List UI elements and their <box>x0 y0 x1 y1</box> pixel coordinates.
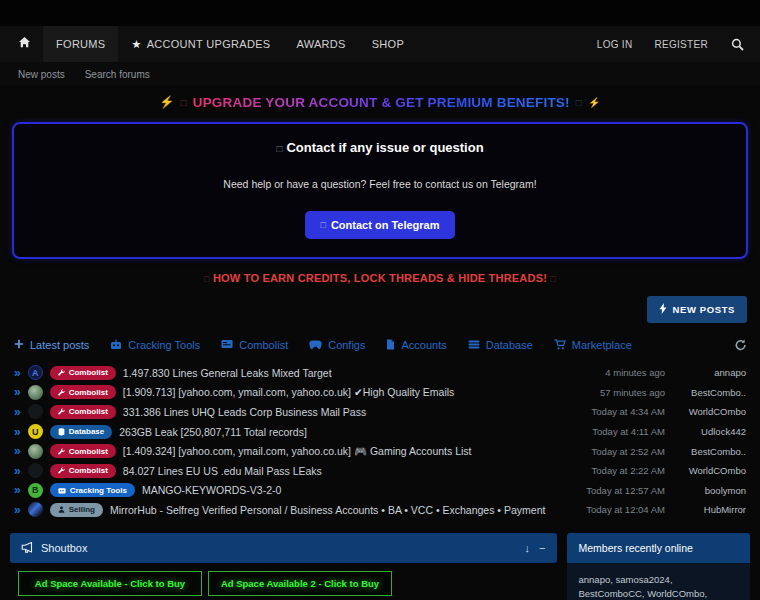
refresh-icon[interactable] <box>734 339 746 351</box>
badge-combolist[interactable]: Combolist <box>50 385 116 399</box>
wrench-icon <box>58 389 65 396</box>
thread-title[interactable]: 331.386 Lines UHQ Leads Corp Business Ma… <box>123 406 548 418</box>
thread-title[interactable]: 263GB Leak [250,807,711 Total records] <box>119 426 548 438</box>
chevron-right-icon[interactable]: » <box>14 406 21 418</box>
tab-marketplace[interactable]: Marketplace <box>554 339 632 352</box>
thread-author[interactable]: boolymon <box>672 485 746 496</box>
avatar[interactable] <box>28 444 43 459</box>
badge-label: Combolist <box>69 388 108 397</box>
register-link[interactable]: REGISTER <box>645 39 717 50</box>
thread-title[interactable]: 1.497.830 Lines General Leaks Mixed Targ… <box>123 367 548 379</box>
thread-title[interactable]: [1.409.324] [yahoo.com, ymail.com, yahoo… <box>123 445 548 458</box>
chevron-right-icon[interactable]: » <box>14 367 21 379</box>
avatar[interactable]: U <box>28 424 43 439</box>
tab-label: Combolist <box>239 339 288 351</box>
shoutbox-panel: Shoutbox ↓ − Ad Space Available - Click … <box>10 533 557 600</box>
thread-row[interactable]: » U Database 263GB Leak [250,807,711 Tot… <box>14 422 746 442</box>
home-button[interactable] <box>6 26 43 62</box>
lightning-icon: ⚡ <box>159 95 174 109</box>
new-posts-row: NEW POSTS <box>0 296 760 323</box>
thread-author[interactable]: HubMirror <box>672 504 746 515</box>
tab-label: Configs <box>328 339 365 351</box>
avatar[interactable] <box>28 463 43 478</box>
new-posts-link[interactable]: New posts <box>10 69 73 80</box>
badge-combolist[interactable]: Combolist <box>50 444 116 458</box>
badge-cracking-tools[interactable]: Cracking Tools <box>50 483 135 497</box>
nav-item-label: AWARDS <box>296 38 345 50</box>
thread-time: Today at 2:22 AM <box>555 465 665 476</box>
thread-row[interactable]: » B Cracking Tools MANGO-KEYWORDS-V3-2-0… <box>14 481 746 501</box>
badge-selling[interactable]: Selling <box>50 503 103 517</box>
thread-author[interactable]: WorldCOmbo <box>672 465 746 476</box>
nav-item-awards[interactable]: AWARDS <box>283 26 358 62</box>
chat-icon: □ <box>276 143 282 154</box>
badge-label: Combolist <box>69 368 108 377</box>
avatar[interactable] <box>28 502 43 517</box>
avatar[interactable] <box>28 385 43 400</box>
badge-database[interactable]: Database <box>50 425 113 439</box>
thread-author[interactable]: annapo <box>672 367 746 378</box>
chevron-right-icon[interactable]: » <box>14 426 21 438</box>
nav-item-label: SHOP <box>372 38 404 50</box>
search-forums-link[interactable]: Search forums <box>77 69 158 80</box>
chevron-right-icon[interactable]: » <box>14 484 21 496</box>
thread-author[interactable]: WorldCOmbo <box>672 406 746 417</box>
wrench-icon <box>58 448 65 455</box>
login-link[interactable]: LOG IN <box>588 39 642 50</box>
credits-notice-text: HOW TO EARN CREDITS, LOCK THREADS & HIDE… <box>213 272 547 284</box>
ad-space-1[interactable]: Ad Space Available - Click to Buy <box>18 571 202 596</box>
thread-row[interactable]: » A Combolist 1.497.830 Lines General Le… <box>14 363 746 383</box>
wrench-icon <box>58 467 65 474</box>
thread-time: 4 minutes ago <box>555 367 665 378</box>
thread-row[interactable]: » Combolist [1.909.713] [yahoo.com, ymai… <box>14 383 746 403</box>
badge-combolist[interactable]: Combolist <box>50 366 116 380</box>
contact-telegram-label: Contact on Telegram <box>331 219 440 231</box>
badge-combolist[interactable]: Combolist <box>50 405 116 419</box>
card-icon <box>221 339 233 351</box>
new-posts-button[interactable]: NEW POSTS <box>647 296 747 323</box>
avatar[interactable]: B <box>28 483 43 498</box>
thread-title[interactable]: [1.909.713] [yahoo.com, ymail.com, yahoo… <box>123 386 548 398</box>
minimize-icon[interactable]: − <box>539 542 545 554</box>
badge-label: Combolist <box>69 466 108 475</box>
thread-author[interactable]: BestCombo.. <box>672 387 746 398</box>
wrench-icon <box>58 369 65 376</box>
upgrade-banner[interactable]: ⚡ □ UPGRADE YOUR ACCOUNT & GET PREMIUM B… <box>0 86 760 118</box>
contact-telegram-button[interactable]: □ Contact on Telegram <box>305 211 454 239</box>
avatar[interactable]: A <box>28 365 43 380</box>
credits-notice[interactable]: □ HOW TO EARN CREDITS, LOCK THREADS & HI… <box>0 272 760 284</box>
search-icon[interactable] <box>721 38 754 51</box>
chevron-right-icon[interactable]: » <box>14 465 21 477</box>
tab-latest-posts[interactable]: Latest posts <box>14 339 89 351</box>
nav-item-account-upgrades[interactable]: ★ ACCOUNT UPGRADES <box>118 26 283 62</box>
thread-title[interactable]: MirrorHub - Selfreg Verified Personal / … <box>110 504 548 516</box>
members-online-title: Members recently online <box>579 542 693 554</box>
tab-accounts[interactable]: Accounts <box>386 339 446 352</box>
tab-label: Latest posts <box>30 339 89 351</box>
bottom-section: Shoutbox ↓ − Ad Space Available - Click … <box>10 533 750 600</box>
tab-combolist[interactable]: Combolist <box>221 339 288 351</box>
tab-label: Database <box>486 339 533 351</box>
tab-database[interactable]: Database <box>468 339 533 351</box>
nav-item-forums[interactable]: FORUMS <box>43 26 118 62</box>
member-names[interactable]: annapo, samosa2024, BestComboCC, WorldCO… <box>579 574 729 600</box>
thread-row[interactable]: » Combolist [1.409.324] [yahoo.com, ymai… <box>14 441 746 461</box>
chevron-right-icon[interactable]: » <box>14 386 21 398</box>
thread-title[interactable]: 84.027 Lines EU US .edu Mail Pass LEaks <box>123 465 548 477</box>
thread-author[interactable]: BestCombo.. <box>672 446 746 457</box>
chevron-right-icon[interactable]: » <box>14 504 21 516</box>
avatar[interactable] <box>28 404 43 419</box>
thread-row[interactable]: » Selling MirrorHub - Selfreg Verified P… <box>14 500 746 520</box>
thread-author[interactable]: Udlock442 <box>672 426 746 437</box>
badge-combolist[interactable]: Combolist <box>50 464 116 478</box>
ad-space-2[interactable]: Ad Space Available 2 - Click to Buy <box>208 571 392 596</box>
missing-glyph: □ <box>576 97 582 108</box>
thread-title[interactable]: MANGO-KEYWORDS-V3-2-0 <box>142 484 548 496</box>
thread-row[interactable]: » Combolist 84.027 Lines EU US .edu Mail… <box>14 461 746 481</box>
chevron-right-icon[interactable]: » <box>14 445 21 457</box>
tab-cracking-tools[interactable]: Cracking Tools <box>110 339 200 352</box>
thread-row[interactable]: » Combolist 331.386 Lines UHQ Leads Corp… <box>14 402 746 422</box>
scroll-down-icon[interactable]: ↓ <box>525 542 531 554</box>
tab-configs[interactable]: Configs <box>309 339 365 351</box>
nav-item-shop[interactable]: SHOP <box>359 26 417 62</box>
